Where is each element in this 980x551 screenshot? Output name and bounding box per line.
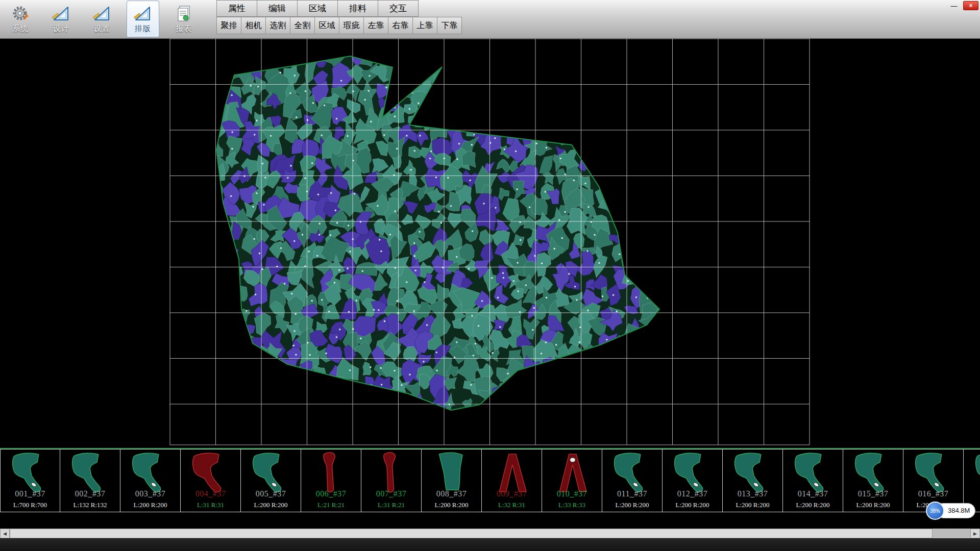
part-thumbnail-007_#37[interactable]: 007_#37L:31 R:21 bbox=[361, 449, 422, 512]
part-thumbnail-013_#37[interactable]: 013_#37L:200 R:200 bbox=[723, 449, 783, 512]
part-shape bbox=[64, 450, 117, 495]
part-id-label: 006_#37 bbox=[301, 489, 361, 498]
app-window: 系统 设计 bbox=[0, 0, 980, 551]
part-shape bbox=[184, 450, 237, 495]
part-thumbnail-015_#37[interactable]: 015_#37L:200 R:200 bbox=[843, 449, 903, 512]
part-thumbnail-002_#37[interactable]: 002_#37L:132 R:132 bbox=[60, 449, 120, 512]
part-lr-label: L:21 R:21 bbox=[301, 501, 361, 509]
scroll-right-arrow[interactable]: ▶ bbox=[970, 529, 980, 538]
part-lr-label: L:700 R:700 bbox=[1, 501, 60, 509]
part-shape bbox=[4, 450, 57, 495]
progress-percent: 38% bbox=[926, 502, 944, 520]
parts-strip: 001_#37L:700 R:700002_#37L:132 R:132003_… bbox=[0, 448, 980, 513]
part-shape bbox=[305, 450, 358, 495]
part-shape bbox=[425, 450, 478, 495]
part-id-label: 007_#37 bbox=[361, 489, 421, 498]
tool-report-label: 报表 bbox=[176, 24, 192, 34]
part-id-label: 011_#37 bbox=[602, 489, 662, 498]
btn-region[interactable]: 区域 bbox=[314, 17, 339, 34]
scrollbar-thumb[interactable] bbox=[10, 529, 933, 538]
titlebar: 系统 设计 bbox=[0, 0, 980, 39]
btn-cluster-nest[interactable]: 聚排 bbox=[216, 17, 241, 34]
part-thumbnail-008_#37[interactable]: 008_#37L:200 R:200 bbox=[422, 449, 482, 512]
part-lr-label: L:200 R:200 bbox=[843, 501, 903, 509]
part-thumbnail-012_#37[interactable]: 012_#37L:200 R:200 bbox=[663, 449, 723, 512]
part-id-label: 003_#37 bbox=[120, 489, 180, 498]
close-button[interactable]: × bbox=[963, 1, 978, 10]
btn-camera[interactable]: 相机 bbox=[241, 17, 266, 34]
tab-edit[interactable]: 编辑 bbox=[257, 0, 298, 17]
gear-icon bbox=[11, 5, 30, 23]
tool-system-label: 系统 bbox=[12, 24, 29, 34]
btn-align-bottom[interactable]: 下靠 bbox=[437, 17, 462, 34]
set-square-icon bbox=[52, 5, 70, 23]
scrollbar-track[interactable] bbox=[10, 529, 970, 538]
menu-tab-row: 属性 编辑 区域 排料 交互 bbox=[216, 0, 462, 17]
part-thumbnail-009_#37[interactable]: 009_#37L:32 R:31 bbox=[482, 449, 542, 512]
part-shape bbox=[606, 450, 659, 495]
part-lr-label: L:200 R:200 bbox=[602, 501, 662, 509]
part-thumbnail-006_#37[interactable]: 006_#37L:21 R:21 bbox=[301, 449, 361, 512]
part-shape bbox=[546, 450, 599, 495]
tab-properties[interactable]: 属性 bbox=[216, 0, 257, 17]
btn-defect[interactable]: 瑕疵 bbox=[339, 17, 364, 34]
part-shape bbox=[967, 450, 980, 495]
progress-badge: 384.8M 38% bbox=[926, 501, 974, 520]
part-id-label: 009_#37 bbox=[482, 489, 542, 498]
part-thumbnail-010_#37[interactable]: 010_#37L:33 R:33 bbox=[542, 449, 602, 512]
part-thumbnail-003_#37[interactable]: 003_#37L:200 R:200 bbox=[120, 449, 181, 512]
window-bottom-edge bbox=[0, 538, 980, 551]
part-lr-label: L:200 R:200 bbox=[422, 501, 481, 509]
tab-interact[interactable]: 交互 bbox=[378, 0, 419, 17]
part-thumbnail-004_#37[interactable]: 004_#37L:31 R:31 bbox=[181, 449, 241, 512]
part-thumbnail-014_#37[interactable]: 014_#37L:200 R:200 bbox=[783, 449, 843, 512]
part-thumbnail-011_#37[interactable]: 011_#37L:200 R:200 bbox=[602, 449, 663, 512]
part-shape bbox=[787, 450, 840, 495]
set-square-icon bbox=[93, 5, 111, 23]
part-lr-label: L:200 R:200 bbox=[663, 501, 722, 509]
part-lr-label: L:200 R:200 bbox=[723, 501, 782, 509]
tool-design[interactable]: 设计 bbox=[45, 1, 78, 37]
part-id-label: 012_#37 bbox=[663, 489, 722, 498]
part-id-label: 015_#37 bbox=[843, 489, 903, 498]
horizontal-scrollbar: ◀ ▶ bbox=[0, 529, 980, 538]
part-lr-label: L:200 R:200 bbox=[783, 501, 843, 509]
tab-region[interactable]: 区域 bbox=[297, 0, 338, 17]
tool-report[interactable]: 报表 bbox=[167, 1, 200, 37]
part-shape bbox=[365, 450, 418, 495]
part-lr-label: L:32 R:31 bbox=[482, 501, 542, 509]
btn-cut-all[interactable]: 全割 bbox=[290, 17, 315, 34]
part-id-label: 010_#37 bbox=[542, 489, 602, 498]
part-id-label: 002_#37 bbox=[60, 489, 120, 498]
tool-settings-label: 设置 bbox=[94, 24, 110, 34]
part-id-label: 001_#37 bbox=[1, 489, 60, 498]
part-lr-label: L:33 R:33 bbox=[542, 501, 602, 509]
part-thumbnail-005_#37[interactable]: 005_#37L:200 R:200 bbox=[241, 449, 301, 512]
part-lr-label: L:31 R:31 bbox=[181, 501, 240, 509]
scroll-left-arrow[interactable]: ◀ bbox=[0, 529, 10, 538]
tool-design-label: 设计 bbox=[53, 24, 69, 34]
part-shape bbox=[244, 450, 298, 495]
part-id-label: 008_#37 bbox=[422, 489, 481, 498]
nest-drawing bbox=[0, 39, 980, 448]
part-shape bbox=[124, 450, 177, 495]
part-lr-label: L:200 R:200 bbox=[120, 501, 180, 509]
tool-nesting[interactable]: 排版 bbox=[127, 1, 159, 37]
menu-button-row: 聚排 相机 选割 全割 区域 瑕疵 左靠 右靠 上靠 下靠 bbox=[216, 17, 462, 34]
part-shape bbox=[907, 450, 960, 495]
minimize-button[interactable]: — bbox=[947, 1, 961, 10]
part-thumbnail-001_#37[interactable]: 001_#37L:700 R:700 bbox=[0, 449, 60, 512]
tool-settings[interactable]: 设置 bbox=[86, 1, 118, 37]
part-shape bbox=[726, 450, 779, 495]
btn-align-top[interactable]: 上靠 bbox=[412, 17, 437, 34]
part-shape bbox=[666, 450, 719, 495]
btn-align-right[interactable]: 右靠 bbox=[388, 17, 413, 34]
btn-select-cut[interactable]: 选割 bbox=[265, 17, 290, 34]
nesting-canvas[interactable] bbox=[0, 39, 980, 448]
part-id-label: 013_#37 bbox=[723, 489, 782, 498]
tab-nesting[interactable]: 排料 bbox=[337, 0, 378, 17]
btn-align-left[interactable]: 左靠 bbox=[363, 17, 388, 34]
tool-system[interactable]: 系统 bbox=[4, 1, 37, 37]
part-id-label: 016_#37 bbox=[903, 489, 963, 498]
part-id-label: 004_#37 bbox=[181, 489, 240, 498]
